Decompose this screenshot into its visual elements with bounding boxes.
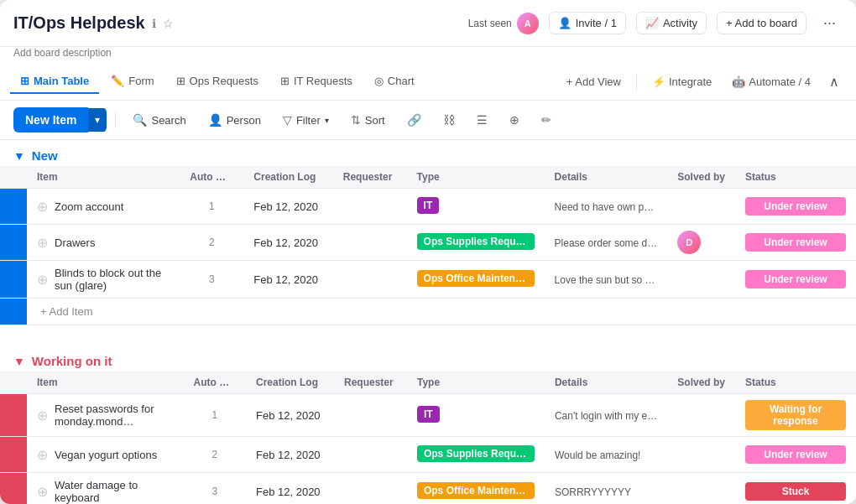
table-row: ⊕ Water damage to keyboard 3 Feb 12, 202…	[0, 473, 856, 505]
row-status: Waiting for response	[735, 394, 856, 437]
tab-chart[interactable]: ◎ Chart	[364, 70, 425, 94]
tab-main-table[interactable]: ⊞ Main Table	[10, 70, 99, 94]
row-item-name[interactable]: Blinds to block out the sun (glare)	[55, 267, 170, 292]
integrate-button[interactable]: ⚡ Integrate	[644, 71, 720, 92]
activity-button[interactable]: 📈 Activity	[636, 12, 707, 34]
new-item-dropdown-button[interactable]: ▾	[88, 108, 107, 132]
add-board-button[interactable]: + Add to board	[717, 12, 806, 34]
type-badge: Ops Office Maintena…	[417, 482, 535, 499]
search-button[interactable]: 🔍 Search	[124, 109, 194, 131]
type-badge: Ops Supplies Request	[417, 445, 535, 462]
content-area: ▼ New Item Auto … Creation Log Requester…	[0, 140, 856, 504]
table-row: ⊕ Vegan yogurt options 2 Feb 12, 2020 I …	[0, 437, 856, 473]
info-icon[interactable]: ℹ	[152, 17, 156, 30]
more-options-button[interactable]: ···	[817, 11, 843, 35]
sort-icon: ⇅	[351, 113, 361, 127]
row-bar	[0, 437, 27, 473]
filter-dropdown-icon: ▾	[325, 116, 329, 125]
automate-icon: 🤖	[732, 75, 745, 88]
group-working-title[interactable]: Working on it	[32, 354, 112, 368]
magnify-icon: ⊕	[509, 113, 519, 127]
tab-ops-requests[interactable]: ⊞ Ops Requests	[166, 70, 269, 94]
details-text: SORRRYYYYYY	[555, 486, 631, 498]
solved-avatar: F	[677, 268, 701, 291]
row-item-name[interactable]: Reset passwords for monday.mond…	[55, 403, 174, 428]
row-requester: K	[334, 473, 407, 505]
activity-icon: 📈	[645, 17, 659, 29]
add-row-icon[interactable]: ⊕	[37, 484, 48, 500]
main-table-icon: ⊞	[20, 75, 29, 87]
board-subtitle[interactable]: Add board description	[0, 47, 856, 64]
col-auto: Auto …	[180, 166, 243, 189]
row-item-name[interactable]: Zoom account	[55, 200, 123, 213]
unlink-icon: ⛓	[443, 113, 455, 127]
add-board-label: + Add to board	[726, 17, 797, 29]
edit-button[interactable]: ✏	[533, 109, 560, 131]
requester-avatar: K	[344, 480, 368, 503]
link-button[interactable]: 🔗	[399, 109, 430, 131]
col-requester: Requester	[334, 372, 407, 394]
row-item-name[interactable]: Drawers	[55, 236, 95, 249]
form-icon: ✏️	[111, 75, 124, 87]
add-row-icon[interactable]: ⊕	[37, 199, 48, 215]
row-type: Ops Supplies Request	[407, 437, 545, 473]
tabs-separator	[636, 74, 637, 91]
integrate-label: Integrate	[669, 75, 712, 88]
app-window: IT/Ops Helpdesk ℹ ☆ Last seen A 👤 Invite…	[0, 0, 856, 504]
row-requester: C	[333, 225, 407, 261]
row-solved: H	[667, 394, 735, 437]
row-auto: 3	[184, 473, 246, 505]
filter-button[interactable]: ▽ Filter ▾	[274, 109, 337, 131]
group-new-collapse-icon[interactable]: ▼	[13, 149, 25, 163]
table-row: ⊕ Zoom account 1 Feb 12, 2020 A IT	[0, 189, 856, 225]
automate-label: Automate / 4	[749, 75, 811, 88]
unlink-button[interactable]: ⛓	[435, 109, 463, 131]
row-solved: B	[667, 189, 735, 225]
rows-button[interactable]: ☰	[468, 109, 496, 131]
requester-avatar: I	[344, 443, 368, 466]
group-working-collapse-icon[interactable]: ▼	[13, 355, 25, 368]
add-item-row[interactable]: + Add Item	[0, 299, 856, 325]
group-working-col-headers: Item Auto … Creation Log Requester Type …	[0, 372, 856, 394]
tab-it-requests[interactable]: ⊞ IT Requests	[270, 70, 363, 94]
add-row-icon[interactable]: ⊕	[37, 235, 48, 251]
magnify-button[interactable]: ⊕	[501, 109, 528, 131]
row-bar	[0, 189, 27, 225]
row-item-name[interactable]: Water damage to keyboard	[55, 479, 174, 504]
invite-button[interactable]: 👤 Invite / 1	[549, 12, 626, 34]
row-type: IT	[407, 189, 545, 225]
star-icon[interactable]: ☆	[163, 17, 174, 30]
group-new-tbody: ⊕ Zoom account 1 Feb 12, 2020 A IT	[0, 189, 856, 325]
new-item-main-button[interactable]: New Item	[13, 107, 88, 132]
group-working-table-wrap: Item Auto … Creation Log Requester Type …	[0, 372, 856, 504]
row-details: SORRRYYYYYY	[545, 473, 667, 505]
add-row-icon[interactable]: ⊕	[37, 272, 48, 288]
automate-button[interactable]: 🤖 Automate / 4	[723, 71, 819, 92]
details-text: Can't login with my e…	[555, 410, 657, 422]
row-creation: Feb 12, 2020	[243, 261, 332, 299]
type-badge: IT	[417, 197, 440, 214]
requester-avatar: G	[344, 403, 368, 427]
last-seen-avatar: A	[517, 13, 539, 34]
add-item-label[interactable]: + Add Item	[27, 299, 856, 325]
add-row-icon[interactable]: ⊕	[37, 408, 48, 423]
ops-requests-icon: ⊞	[176, 75, 185, 87]
collapse-button[interactable]: ∧	[822, 70, 846, 93]
col-requester: Requester	[333, 166, 407, 189]
add-view-label: + Add View	[566, 75, 621, 88]
tabs-right: + Add View ⚡ Integrate 🤖 Automate / 4 ∧	[558, 70, 846, 93]
requester-avatar: A	[343, 195, 367, 218]
row-creation: Feb 12, 2020	[243, 189, 332, 225]
tab-form-label: Form	[128, 75, 154, 87]
tab-form[interactable]: ✏️ Form	[101, 70, 164, 94]
sort-button[interactable]: ⇅ Sort	[342, 109, 394, 131]
person-button[interactable]: 👤 Person	[200, 109, 269, 131]
row-type: Ops Supplies Request	[407, 225, 545, 261]
add-view-button[interactable]: + Add View	[558, 71, 629, 92]
row-item-name[interactable]: Vegan yogurt options	[55, 449, 157, 461]
details-text: Need to have own p…	[555, 201, 655, 213]
details-text: Would be amazing!	[555, 449, 641, 461]
sort-label: Sort	[365, 114, 385, 127]
add-row-icon[interactable]: ⊕	[37, 447, 48, 463]
group-new-title[interactable]: New	[32, 148, 58, 163]
